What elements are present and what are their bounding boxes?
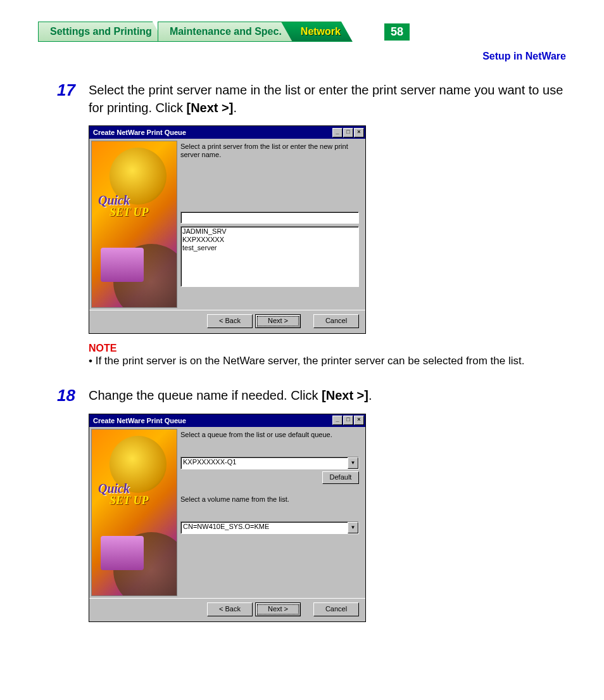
queue-name-combo[interactable]: KXPXXXXXX-Q1 ▼ xyxy=(180,457,359,469)
note-block: NOTE If the print server is on the NetWa… xyxy=(89,343,579,369)
back-button[interactable]: < Back xyxy=(207,602,253,616)
close-icon[interactable]: × xyxy=(354,416,364,425)
step-text: Select the print server name in the list… xyxy=(89,81,579,117)
dialog-create-print-queue-2: Create NetWare Print Queue _ □ × Quick S… xyxy=(89,414,366,622)
chevron-down-icon[interactable]: ▼ xyxy=(348,457,358,469)
cancel-button[interactable]: Cancel xyxy=(313,602,359,616)
side-label-setup: SET UP xyxy=(110,206,149,219)
step-text-a: Change the queue name if needed. Click xyxy=(89,388,322,402)
dialog-create-print-queue-1: Create NetWare Print Queue _ □ × Quick S… xyxy=(89,125,366,334)
window-title: Create NetWare Print Queue xyxy=(93,417,332,424)
default-button[interactable]: Default xyxy=(322,471,359,484)
step-text: Change the queue name if needed. Click [… xyxy=(89,386,372,404)
next-button[interactable]: Next > xyxy=(255,314,301,328)
titlebar: Create NetWare Print Queue _ □ × xyxy=(89,414,365,427)
step-number: 17 xyxy=(57,81,89,99)
note-text: If the print server is on the NetWare se… xyxy=(89,354,579,369)
list-item[interactable]: test_server xyxy=(182,244,357,252)
back-button[interactable]: < Back xyxy=(207,314,253,328)
maximize-icon[interactable]: □ xyxy=(343,416,353,425)
wizard-side-image: Quick SET UP xyxy=(91,429,177,596)
list-item[interactable]: JADMIN_SRV xyxy=(182,227,357,236)
page-number-badge: 58 xyxy=(384,23,410,41)
step-text-b: . xyxy=(368,388,372,402)
volume-combo[interactable]: CN=NW410E_SYS.O=KME ▼ xyxy=(180,521,359,534)
step-text-a: Select the print server name in the list… xyxy=(89,83,563,115)
tab-maintenance-spec[interactable]: Maintenance and Spec. xyxy=(158,22,294,42)
tab-settings-printing[interactable]: Settings and Printing xyxy=(38,22,164,42)
note-label: NOTE xyxy=(89,343,579,354)
minimize-icon[interactable]: _ xyxy=(332,416,343,425)
cancel-button[interactable]: Cancel xyxy=(313,314,359,328)
titlebar: Create NetWare Print Queue _ □ × xyxy=(89,126,365,139)
side-label-setup: SET UP xyxy=(110,494,149,507)
queue-name-value: KXPXXXXXX-Q1 xyxy=(181,457,348,469)
step-number: 18 xyxy=(57,386,89,405)
step-18: 18 Change the queue name if needed. Clic… xyxy=(57,386,579,405)
maximize-icon[interactable]: □ xyxy=(343,128,353,137)
minimize-icon[interactable]: _ xyxy=(332,128,343,137)
window-title: Create NetWare Print Queue xyxy=(93,129,332,136)
page-content: 17 Select the print server name in the l… xyxy=(0,62,604,656)
dialog-button-row: < Back Next > Cancel xyxy=(89,598,365,621)
dialog-prompt: Select a print server from the list or e… xyxy=(180,143,359,159)
step-text-bold: [Next >] xyxy=(187,101,234,115)
dialog-button-row: < Back Next > Cancel xyxy=(89,310,365,333)
step-17: 17 Select the print server name in the l… xyxy=(57,81,579,117)
dialog-prompt-queue: Select a queue from the list or use defa… xyxy=(180,431,359,439)
dialog-prompt-volume: Select a volume name from the list. xyxy=(180,495,359,504)
close-icon[interactable]: × xyxy=(354,128,364,137)
section-title: Setup in NetWare xyxy=(0,44,604,62)
server-name-input[interactable] xyxy=(180,212,359,224)
next-button[interactable]: Next > xyxy=(255,602,301,616)
step-text-bold: [Next >] xyxy=(322,388,368,402)
volume-value: CN=NW410E_SYS.O=KME xyxy=(181,522,348,533)
list-item[interactable]: KXPXXXXXX xyxy=(182,236,357,244)
chevron-down-icon[interactable]: ▼ xyxy=(348,522,358,533)
tab-network[interactable]: Network xyxy=(281,22,353,42)
wizard-side-image: Quick SET UP xyxy=(91,141,177,308)
server-listbox[interactable]: JADMIN_SRV KXPXXXXXX test_server xyxy=(180,226,359,287)
top-nav: Settings and Printing Maintenance and Sp… xyxy=(0,0,604,44)
step-text-b: . xyxy=(233,101,237,115)
